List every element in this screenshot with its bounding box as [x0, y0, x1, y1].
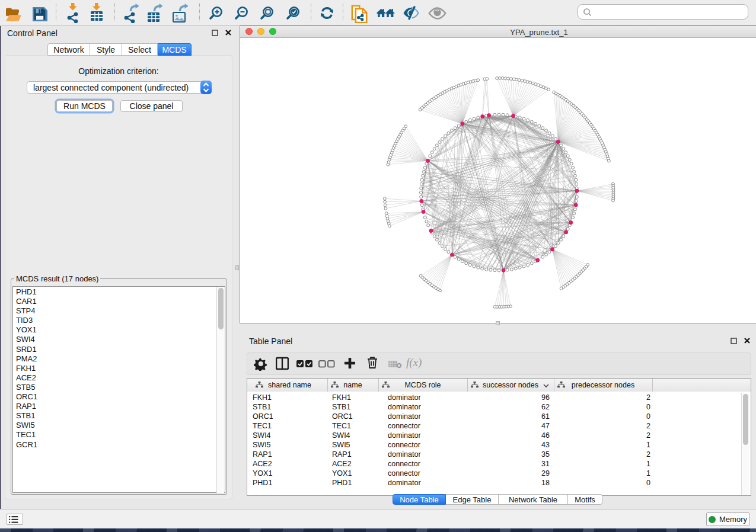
svg-text:f(x): f(x) [406, 356, 422, 369]
